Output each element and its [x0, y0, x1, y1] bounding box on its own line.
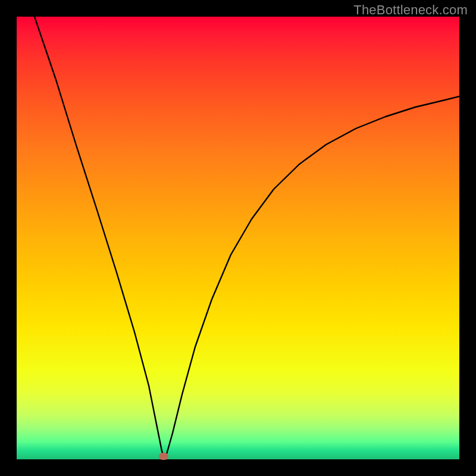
- bottleneck-curve: [35, 17, 459, 456]
- watermark-text: TheBottleneck.com: [353, 2, 468, 18]
- optimum-marker: [159, 453, 168, 460]
- chart-svg: [17, 17, 459, 459]
- plot-area: [17, 17, 459, 459]
